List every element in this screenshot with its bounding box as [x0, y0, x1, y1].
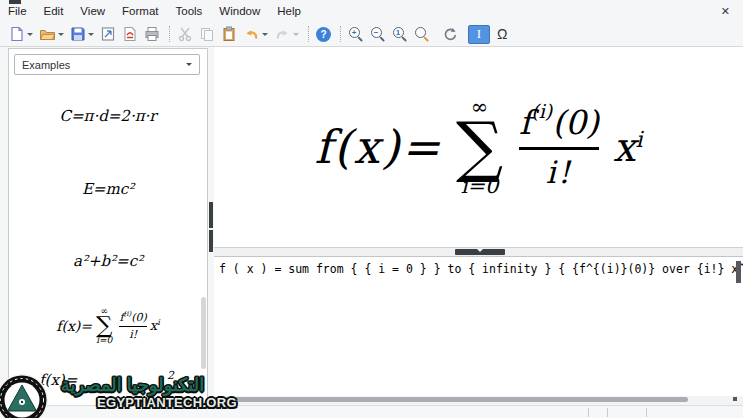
menu-file[interactable]: File — [8, 3, 35, 19]
help-button[interactable]: ? — [314, 26, 333, 43]
egyptiantech-logo — [0, 372, 52, 418]
zoom-out-icon: − — [370, 26, 386, 42]
export-pdf-button[interactable] — [120, 25, 140, 43]
export-pdf-icon — [122, 26, 138, 42]
menu-edit[interactable]: Edit — [44, 3, 72, 19]
formula-cursor-button[interactable]: I — [466, 24, 492, 45]
symbols-catalogue-button[interactable]: Ω — [494, 26, 510, 42]
open-folder-icon — [39, 26, 56, 42]
status-divider — [588, 408, 589, 417]
scrollbar-button[interactable] — [733, 397, 737, 401]
text-cursor-icon: I — [468, 25, 490, 44]
chevron-down-icon — [477, 249, 483, 252]
watermark-arabic-text: التكنولوجيا المصرية — [55, 374, 210, 396]
print-icon — [144, 26, 160, 42]
command-editor[interactable]: f ( x ) = sum from { { i = 0 } } to { in… — [214, 256, 743, 396]
zoom-out-button[interactable]: − — [368, 25, 388, 43]
new-formula-button[interactable] — [7, 25, 35, 43]
export-button[interactable] — [98, 25, 118, 43]
menubar: File Edit View Format Tools Window Help … — [0, 0, 743, 22]
export-icon — [100, 26, 116, 42]
sidebar-scrollbar-thumb[interactable] — [201, 297, 206, 369]
window-icon — [9, 0, 21, 4]
elements-category-dropdown[interactable]: Examples — [14, 54, 200, 75]
help-icon: ? — [316, 27, 331, 42]
command-hscrollbar-thumb[interactable] — [214, 397, 688, 402]
watermark-site-text: EGYPTIANTECH.ORG — [97, 395, 237, 410]
sum-lower-limit: i=0 — [461, 176, 499, 197]
print-button[interactable] — [142, 25, 162, 43]
sum-symbol: ∑ — [96, 316, 112, 336]
toolbar: ? + − 1 I Ω — [0, 22, 743, 47]
save-dropdown-caret[interactable] — [88, 33, 94, 36]
panel-splitter-handle[interactable] — [209, 230, 213, 252]
toolbar-separator — [340, 26, 341, 42]
paste-button[interactable] — [219, 25, 239, 43]
undo-icon — [243, 26, 260, 42]
x-power-term: xi — [613, 124, 643, 170]
rendered-formula: f(x)= ∞ ∑ i=0 f(i)(0) i! xi — [214, 47, 743, 247]
menu-tools[interactable]: Tools — [176, 3, 211, 19]
example-pythagoras-formula[interactable]: a²+b²=c² — [9, 252, 207, 270]
formula-view[interactable]: f(x)= ∞ ∑ i=0 f(i)(0) i! xi — [214, 47, 743, 247]
copy-icon — [199, 26, 215, 42]
numerator: f(i)(0) — [519, 99, 599, 147]
save-button[interactable] — [68, 25, 96, 43]
menu-format[interactable]: Format — [122, 3, 166, 19]
formula-args: (x)= — [334, 120, 442, 174]
new-dropdown-caret[interactable] — [27, 33, 33, 36]
paste-icon — [221, 26, 237, 42]
formula-f: f — [314, 120, 333, 174]
redo-dropdown-caret — [293, 33, 299, 36]
undo-dropdown-caret[interactable] — [262, 33, 268, 36]
panel-splitter-handle[interactable] — [209, 202, 213, 228]
cut-icon — [177, 26, 193, 42]
open-dropdown-caret[interactable] — [58, 33, 64, 36]
zoom-in-button[interactable]: + — [346, 25, 366, 43]
example-taylor-formula[interactable]: f(x)= ∞ ∑ i=0 f(i)(0) i! xi — [9, 307, 207, 345]
status-divider — [607, 408, 608, 417]
watermark: التكنولوجيا المصرية EGYPTIANTECH.ORG — [0, 370, 215, 418]
cut-button — [175, 25, 195, 43]
menu-help[interactable]: Help — [277, 3, 309, 19]
zoom-100-button[interactable]: 1 — [390, 25, 410, 43]
formula-markup-text[interactable]: f ( x ) = sum from { { i = 0 } } to { in… — [219, 262, 731, 276]
command-vscrollbar-thumb[interactable] — [736, 261, 741, 283]
splitter-collapse-handle[interactable] — [455, 249, 505, 255]
dropdown-value: Examples — [22, 59, 70, 71]
redo-button — [272, 25, 301, 43]
refresh-icon — [442, 26, 458, 42]
menu-view[interactable]: View — [80, 3, 113, 19]
redo-icon — [274, 26, 291, 42]
command-hscrollbar[interactable] — [214, 396, 743, 404]
zoom-in-icon: + — [348, 26, 364, 42]
toolbar-separator — [308, 26, 309, 42]
example-energy-formula[interactable]: E=mc² — [9, 180, 207, 198]
chevron-down-icon — [186, 63, 192, 66]
open-button[interactable] — [37, 25, 66, 43]
fraction: f(i)(0) i! — [519, 99, 599, 194]
zoom-100-icon: 1 — [392, 26, 408, 42]
copy-button — [197, 25, 217, 43]
zoom-page-icon — [414, 26, 430, 42]
status-divider — [646, 408, 647, 417]
menu-window[interactable]: Window — [219, 3, 268, 19]
view-command-splitter[interactable] — [214, 247, 743, 256]
refresh-button[interactable] — [440, 25, 460, 43]
example-circle-formula[interactable]: C=π·d=2·π·r — [9, 107, 207, 125]
undo-button[interactable] — [241, 25, 270, 43]
new-formula-icon — [9, 26, 25, 42]
sum-symbol: ∑ — [456, 118, 503, 176]
zoom-page-button[interactable] — [412, 25, 432, 43]
toolbar-separator — [169, 26, 170, 42]
math-editor-window: File Edit View Format Tools Window Help … — [0, 0, 743, 418]
save-icon — [70, 26, 86, 42]
close-button[interactable]: ✕ — [717, 3, 734, 20]
elements-panel: Examples C=π·d=2·π·r E=mc² a²+b²=c² f(x)… — [8, 48, 208, 418]
denominator: i! — [546, 150, 572, 195]
